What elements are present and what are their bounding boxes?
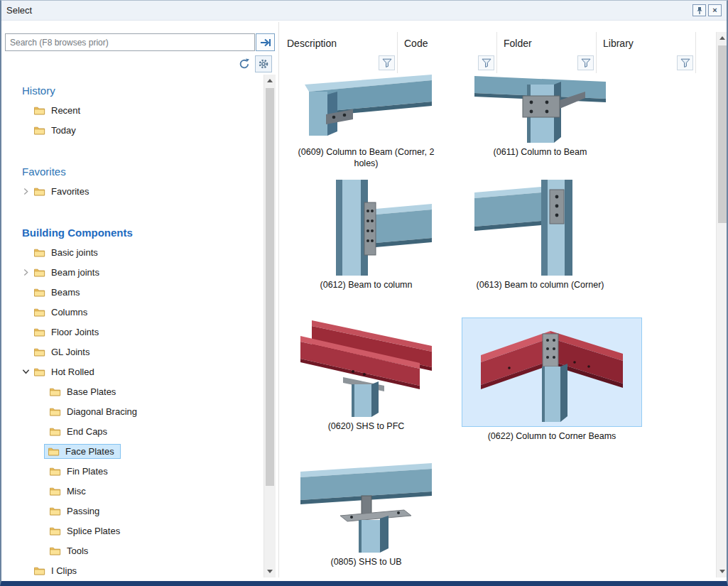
folder-icon (49, 487, 61, 496)
refresh-icon (239, 58, 250, 70)
folder-icon (33, 126, 45, 135)
component-item-0805[interactable]: (0805) SHS to UB (282, 462, 450, 568)
settings-button[interactable] (255, 55, 272, 72)
tree-item-floor-joints[interactable]: Floor Joints (5, 322, 264, 342)
tree-item-gl-joints[interactable]: GL Joints (5, 342, 264, 362)
panel-divider (278, 22, 279, 577)
tree-item-today[interactable]: Today (5, 120, 264, 140)
title-bar: Select × (1, 1, 727, 21)
folder-icon (49, 506, 61, 516)
funnel-icon (482, 58, 491, 67)
tree-item-label: Tools (67, 546, 88, 556)
tree-item-diagonal-bracing[interactable]: Diagonal Bracing (5, 401, 264, 421)
tree-item-label: Basic joints (51, 247, 98, 258)
folder-icon (33, 268, 45, 277)
tree-item-label: End Caps (67, 426, 107, 437)
tree-item-tools[interactable]: Tools (5, 541, 264, 560)
component-thumbnail (300, 318, 432, 417)
scrollbar-thumb[interactable] (266, 88, 274, 486)
close-button[interactable]: × (708, 4, 722, 16)
chevron-right-icon[interactable] (20, 185, 31, 197)
component-label: (0805) SHS to UB (330, 556, 401, 568)
thumbnail-0613-image (474, 180, 606, 276)
search-input[interactable] (5, 33, 255, 51)
tree-item-recent[interactable]: Recent (5, 100, 264, 120)
tree-section-history[interactable]: History (5, 80, 264, 100)
scrollbar-thumb[interactable] (718, 45, 727, 223)
tree-item-face-plates[interactable]: Face Plates (5, 441, 264, 461)
folder-icon (33, 106, 45, 115)
scroll-down-button[interactable] (717, 565, 728, 577)
filter-button-folder[interactable] (577, 55, 594, 70)
thumbnail-0805-image (300, 462, 432, 553)
filter-button-description[interactable] (379, 55, 395, 70)
component-item-0613[interactable]: (0613) Beam to column (Corner) (456, 180, 624, 291)
column-header-folder[interactable]: Folder (497, 32, 596, 55)
pin-button[interactable] (692, 4, 706, 16)
folder-icon (49, 467, 61, 476)
component-label: (0611) Column to Beam (494, 146, 587, 158)
scroll-down-button[interactable] (264, 565, 276, 577)
tree-item-label: GL Joints (51, 347, 89, 357)
scroll-up-button[interactable] (264, 75, 276, 87)
tree-item-label: Recent (51, 105, 80, 116)
folder-icon (33, 367, 45, 376)
tree-item-passing[interactable]: Passing (5, 501, 264, 521)
tree-item-label: Hot Rolled (51, 367, 94, 377)
tree-section-building-components[interactable]: Building Components (5, 222, 264, 242)
folder-icon (33, 187, 45, 196)
titlebar-buttons: × (692, 4, 722, 16)
select-dialog-window: Select × History Recent Today Favorites (0, 0, 728, 586)
tree-item-beam-joints[interactable]: Beam joints (5, 262, 264, 282)
selected-highlight (462, 318, 642, 427)
folder-icon (33, 308, 45, 317)
search-go-button[interactable] (256, 33, 275, 51)
filter-button-code[interactable] (478, 55, 494, 70)
tree-section-favorites[interactable]: Favorites (5, 161, 264, 181)
component-thumbnail (300, 75, 432, 143)
scroll-up-button[interactable] (717, 32, 728, 44)
folder-icon (49, 407, 61, 416)
tree-item-label: Diagonal Bracing (67, 406, 137, 417)
tree-item-base-plates[interactable]: Base Plates (5, 381, 264, 401)
tree-scrollbar[interactable] (264, 75, 276, 577)
tree-item-basic-joints[interactable]: Basic joints (5, 242, 264, 262)
tree-item-end-caps[interactable]: End Caps (5, 421, 264, 441)
thumbnail-0620-image (300, 318, 432, 417)
close-icon: × (712, 6, 717, 14)
component-thumbnail (481, 322, 623, 422)
list-scrollbar[interactable] (716, 32, 728, 577)
folder-icon (49, 427, 61, 436)
component-item-0622-selected[interactable]: (0622) Column to Corner Beams (456, 318, 648, 442)
tree-item-splice-plates[interactable]: Splice Plates (5, 521, 264, 541)
component-label: (0620) SHS to PFC (328, 420, 405, 432)
component-thumbnail (300, 462, 432, 553)
component-item-0620[interactable]: (0620) SHS to PFC (282, 318, 450, 442)
folder-icon (33, 347, 45, 357)
chevron-down-icon[interactable] (20, 366, 31, 377)
component-tree: History Recent Today Favorites Favorites… (5, 75, 264, 577)
tree-item-columns[interactable]: Columns (5, 302, 264, 322)
folder-icon (33, 566, 45, 575)
component-label: (0622) Column to Corner Beams (488, 430, 616, 442)
tree-item-fin-plates[interactable]: Fin Plates (5, 461, 264, 481)
triangle-up-icon (719, 36, 725, 40)
column-header-library[interactable]: Library (597, 32, 695, 55)
component-label: (0613) Beam to column (Corner) (477, 279, 604, 291)
tree-item-favorites[interactable]: Favorites (5, 181, 264, 201)
tree-item-label: Misc (67, 486, 86, 497)
component-item-0612[interactable]: (0612) Beam to column (282, 180, 450, 291)
component-item-0611[interactable]: (0611) Column to Beam (456, 75, 624, 170)
column-header-description[interactable]: Description (281, 32, 397, 55)
folder-icon (48, 447, 60, 456)
refresh-button[interactable] (236, 55, 253, 72)
chevron-right-icon[interactable] (20, 266, 31, 278)
tree-item-label: Face Plates (65, 446, 114, 457)
component-item-0609[interactable]: (0609) Column to Beam (Corner, 2 holes) (282, 75, 450, 170)
tree-item-beams[interactable]: Beams (5, 282, 264, 302)
tree-item-misc[interactable]: Misc (5, 481, 264, 501)
filter-button-library[interactable] (677, 55, 693, 70)
tree-item-hot-rolled[interactable]: Hot Rolled (5, 362, 264, 381)
column-header-code[interactable]: Code (398, 32, 496, 55)
tree-item-clips[interactable]: I Clips (5, 560, 264, 577)
